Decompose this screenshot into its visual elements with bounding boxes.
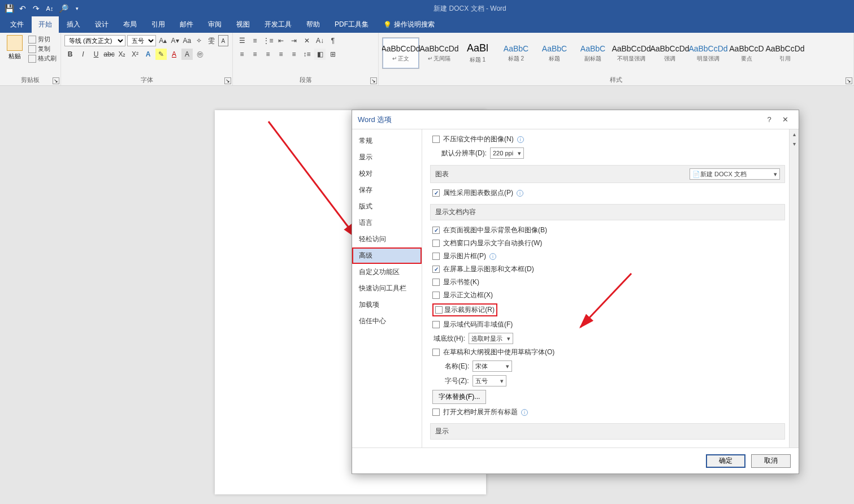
dialog-nav-item[interactable]: 版式	[352, 198, 422, 215]
chk-wrap[interactable]	[432, 240, 440, 247]
styles-dialog-launcher[interactable]: ↘	[846, 77, 852, 84]
format-painter-button[interactable]: 格式刷	[28, 54, 57, 63]
shading-button[interactable]: ◧	[314, 49, 326, 60]
styles-gallery[interactable]: AaBbCcDd↵ 正文AaBbCcDd↵ 无间隔AaBl标题 1AaBbC标题…	[382, 35, 850, 75]
increase-indent-button[interactable]: ⇥	[288, 35, 300, 46]
grow-font-button[interactable]: A▴	[158, 35, 168, 46]
superscript-button[interactable]: X²	[129, 49, 141, 60]
dialog-scrollbar[interactable]: ▴ ▾	[789, 129, 799, 447]
chk-expandheadings[interactable]	[432, 409, 440, 416]
dialog-nav-item[interactable]: 校对	[352, 166, 422, 182]
strike-button[interactable]: abc	[103, 49, 115, 60]
tab-help[interactable]: 帮助	[300, 16, 327, 33]
tab-view[interactable]: 视图	[229, 16, 257, 33]
style-item[interactable]: AaBbC标题 2	[497, 37, 535, 69]
highlight-button[interactable]: ✎	[155, 49, 167, 60]
ok-button[interactable]: 确定	[706, 454, 745, 468]
align-center-button[interactable]: ≡	[249, 49, 261, 60]
ddl-defaultres[interactable]: 220 ppi	[490, 147, 524, 159]
shrink-font-button[interactable]: A▾	[170, 35, 180, 46]
dialog-nav-item[interactable]: 快速访问工具栏	[352, 280, 422, 297]
chk-chart-datapoint[interactable]	[432, 189, 440, 197]
align-left-button[interactable]: ≡	[236, 49, 248, 60]
font-name-select[interactable]: 等线 (西文正文)	[64, 35, 125, 46]
dialog-nav-item[interactable]: 信任中心	[352, 313, 422, 329]
chk-bookmarks[interactable]	[432, 279, 440, 286]
save-icon[interactable]: 💾	[5, 4, 14, 13]
dialog-nav-item[interactable]: 高级	[352, 247, 422, 264]
clipboard-dialog-launcher[interactable]: ↘	[53, 77, 59, 84]
close-button[interactable]: ✕	[777, 115, 793, 124]
chk-textbounds[interactable]	[432, 292, 440, 299]
line-spacing-button[interactable]: ↕≡	[301, 49, 313, 60]
font-size-select[interactable]: 五号	[127, 35, 156, 46]
borders-button[interactable]: ⊞	[327, 49, 339, 60]
enclose-char-button[interactable]: ㊕	[194, 49, 206, 60]
tab-insert[interactable]: 插入	[60, 16, 87, 33]
underline-button[interactable]: U	[90, 49, 102, 60]
style-item[interactable]: AaBbCcDd不明显强调	[613, 37, 650, 69]
chk-picframe[interactable]	[432, 253, 440, 260]
ddl-fontsize[interactable]: 五号	[472, 375, 506, 386]
copy-button[interactable]: 复制	[28, 45, 57, 53]
tab-review[interactable]: 审阅	[201, 16, 228, 33]
style-item[interactable]: AaBl标题 1	[459, 37, 496, 69]
tab-developer[interactable]: 开发工具	[258, 16, 298, 33]
chk-cropmarks[interactable]	[435, 306, 443, 314]
font-color-button[interactable]: A	[168, 49, 180, 60]
paste-button[interactable]: 粘贴	[3, 35, 26, 63]
btn-fontsub[interactable]: 字体替换(F)...	[432, 390, 486, 404]
show-marks-button[interactable]: ¶	[327, 35, 339, 46]
tab-layout[interactable]: 布局	[116, 16, 144, 33]
style-item[interactable]: AaBbCcDd↵ 正文	[382, 37, 419, 69]
multilevel-button[interactable]: ⋮≡	[262, 35, 274, 46]
style-item[interactable]: AaBbCcDd↵ 无间隔	[421, 37, 458, 69]
cut-button[interactable]: 剪切	[28, 35, 57, 44]
phonetic-guide-button[interactable]: 雯	[206, 35, 216, 46]
tellme[interactable]: 💡 操作说明搜索	[376, 16, 441, 33]
clear-format-button[interactable]: ✧	[194, 35, 204, 46]
scroll-down-icon[interactable]: ▾	[790, 139, 799, 149]
tab-file[interactable]: 文件	[3, 16, 31, 33]
chk-nocompress[interactable]	[432, 136, 440, 143]
style-item[interactable]: AaBbCcD要点	[728, 37, 765, 69]
cancel-button[interactable]: 取消	[751, 454, 791, 468]
tab-mailings[interactable]: 邮件	[173, 16, 200, 33]
char-border-button[interactable]: A	[218, 35, 228, 46]
info-icon[interactable]: i	[517, 190, 523, 197]
style-item[interactable]: AaBbCcDd明显强调	[690, 37, 727, 69]
chk-draftfont[interactable]	[432, 349, 440, 356]
font-dialog-launcher[interactable]: ↘	[224, 77, 231, 84]
ddl-fieldshade[interactable]: 选取时显示	[469, 333, 513, 344]
print-preview-icon[interactable]: 🔎	[59, 4, 68, 13]
dialog-nav-item[interactable]: 常规	[352, 133, 422, 149]
info-icon[interactable]: i	[521, 409, 528, 416]
ddl-chart-doc[interactable]: 📄 新建 DOCX 文档	[690, 168, 780, 180]
tab-pdftools[interactable]: PDF工具集	[328, 16, 375, 33]
bullets-button[interactable]: ☰	[236, 35, 248, 46]
dialog-nav-item[interactable]: 语言	[352, 215, 422, 231]
decrease-indent-button[interactable]: ⇤	[275, 35, 287, 46]
subscript-button[interactable]: X₂	[116, 49, 128, 60]
info-icon[interactable]: i	[517, 136, 524, 143]
dialog-nav-item[interactable]: 加载项	[352, 297, 422, 313]
style-item[interactable]: AaBbC副标题	[574, 37, 612, 69]
numbering-button[interactable]: ≡	[249, 35, 261, 46]
chk-drawings[interactable]	[432, 266, 440, 273]
sort-button[interactable]: A↓	[314, 35, 326, 46]
redo-icon[interactable]: ↷	[32, 4, 41, 13]
asian-layout-button[interactable]: ✕	[301, 35, 313, 46]
bold-button[interactable]: B	[64, 49, 76, 60]
style-item[interactable]: AaBbCcDd引用	[766, 37, 804, 69]
align-right-button[interactable]: ≡	[262, 49, 274, 60]
dialog-nav-item[interactable]: 自定义功能区	[352, 264, 422, 280]
text-effects-button[interactable]: A	[142, 49, 154, 60]
dialog-nav-item[interactable]: 显示	[352, 149, 422, 166]
dialog-nav-item[interactable]: 保存	[352, 182, 422, 198]
scroll-up-icon[interactable]: ▴	[790, 129, 799, 139]
help-button[interactable]: ?	[761, 115, 777, 124]
tab-references[interactable]: 引用	[145, 16, 172, 33]
char-shading-button[interactable]: A	[181, 49, 193, 60]
tab-design[interactable]: 设计	[88, 16, 115, 33]
qat-doc-icon[interactable]: A↕	[45, 4, 54, 13]
